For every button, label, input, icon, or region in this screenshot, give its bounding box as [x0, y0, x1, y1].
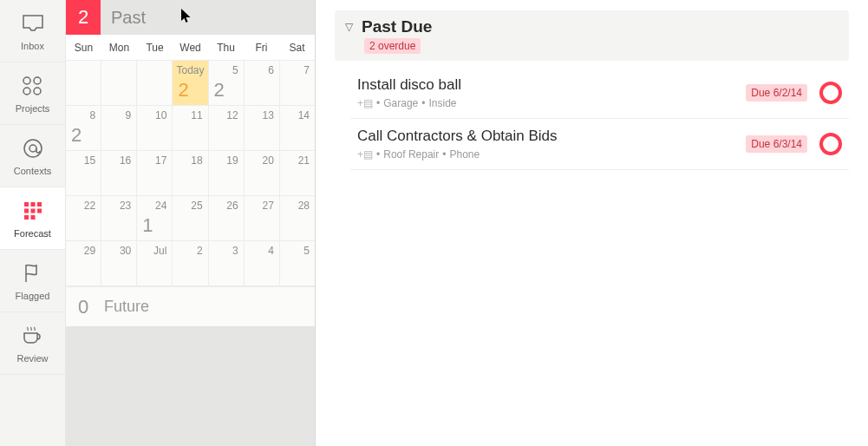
day-cell[interactable]: 14 [280, 106, 315, 150]
meta-sep: • [421, 97, 425, 109]
day-cell[interactable] [66, 61, 101, 105]
projects-icon [21, 74, 45, 98]
sidebar-item-contexts[interactable]: Contexts [0, 125, 65, 187]
task-row[interactable]: Call Contractors & Obtain Bids +▤ • Roof… [350, 119, 849, 170]
day-cell[interactable]: 26 [209, 196, 245, 240]
day-cell[interactable]: 9 [101, 106, 137, 150]
add-note-icon[interactable]: +▤ [357, 97, 373, 109]
meta-sep: • [442, 148, 446, 161]
svg-point-4 [24, 140, 42, 157]
day-cell[interactable]: 12 [209, 106, 245, 150]
svg-rect-6 [24, 202, 29, 207]
day-cell[interactable]: 23 [101, 196, 137, 240]
day-cell[interactable]: 19 [209, 151, 245, 195]
overdue-badge: 2 overdue [364, 38, 421, 54]
section-header-past-due[interactable]: ▽ Past Due 2 overdue [335, 10, 849, 61]
day-cell[interactable]: 15 [66, 151, 101, 195]
svg-point-1 [34, 77, 41, 84]
dow-sat: Sat [279, 35, 315, 60]
day-cell[interactable]: 30 [101, 241, 137, 285]
sidebar-item-label: Forecast [14, 228, 51, 239]
dow-mon: Mon [101, 35, 137, 60]
day-cell[interactable] [137, 61, 173, 105]
task-row[interactable]: Install disco ball +▤ • Garage • Inside … [350, 68, 849, 119]
coffee-cup-icon [21, 324, 45, 348]
sidebar-item-label: Contexts [14, 166, 51, 176]
day-cell[interactable]: 16 [101, 151, 137, 195]
at-sign-icon [21, 136, 45, 161]
due-badge: Due 6/3/14 [746, 135, 807, 153]
due-badge: Due 6/2/14 [746, 84, 807, 102]
complete-checkbox[interactable] [819, 82, 842, 104]
svg-point-3 [34, 88, 41, 95]
past-row[interactable]: 2 Past [66, 0, 315, 35]
day-cell[interactable]: 6 [245, 61, 280, 105]
day-cell-today[interactable]: Today2 [173, 61, 208, 105]
day-cell[interactable]: 11 [173, 106, 208, 150]
task-project: Roof Repair [383, 148, 439, 161]
calendar-grid: Today2 52 6 7 82 9 10 11 12 13 14 15 16 … [66, 61, 315, 286]
svg-point-0 [23, 77, 30, 84]
meta-sep: • [376, 97, 380, 109]
sidebar-item-label: Inbox [21, 41, 44, 51]
svg-point-2 [23, 88, 30, 95]
flag-icon [21, 261, 45, 285]
inbox-tray-icon [21, 11, 45, 36]
svg-rect-13 [30, 215, 35, 220]
day-cell[interactable]: 13 [245, 106, 280, 150]
sidebar-item-projects[interactable]: Projects [0, 62, 65, 125]
day-cell[interactable]: Jul [137, 241, 173, 285]
dow-fri: Fri [244, 35, 279, 60]
task-project: Garage [383, 97, 418, 109]
day-of-week-header: Sun Mon Tue Wed Thu Fri Sat [66, 35, 315, 61]
dow-sun: Sun [66, 35, 101, 60]
task-title: Install disco ball [357, 76, 746, 94]
dow-wed: Wed [173, 35, 208, 60]
day-cell[interactable]: 27 [245, 196, 280, 240]
task-meta: +▤ • Roof Repair • Phone [357, 148, 746, 161]
day-cell[interactable]: 28 [280, 196, 315, 240]
day-cell[interactable]: 3 [209, 241, 245, 285]
past-due-count-badge: 2 [66, 0, 101, 35]
day-cell[interactable]: 20 [245, 151, 280, 195]
dow-thu: Thu [208, 35, 244, 60]
day-cell[interactable]: 82 [66, 106, 101, 150]
day-cell[interactable]: 241 [137, 196, 173, 240]
sidebar-item-inbox[interactable]: Inbox [0, 0, 65, 62]
task-context: Phone [449, 148, 480, 161]
day-cell[interactable] [101, 61, 137, 105]
future-row[interactable]: 0 Future [66, 286, 315, 326]
sidebar-item-flagged[interactable]: Flagged [0, 250, 65, 312]
day-cell[interactable]: 18 [173, 151, 208, 195]
add-note-icon[interactable]: +▤ [357, 148, 373, 161]
day-cell[interactable]: 22 [66, 196, 101, 240]
main-content: ▽ Past Due 2 overdue Install disco ball … [316, 0, 868, 446]
sidebar-item-review[interactable]: Review [0, 312, 65, 375]
day-cell[interactable]: 5 [280, 241, 315, 285]
disclosure-triangle-icon[interactable]: ▽ [345, 21, 353, 33]
day-cell[interactable]: 25 [173, 196, 208, 240]
task-context: Inside [428, 97, 456, 109]
day-cell[interactable]: 10 [137, 106, 173, 150]
svg-rect-12 [24, 215, 29, 220]
cursor-icon [180, 8, 193, 27]
section-title: Past Due [362, 17, 432, 36]
svg-rect-8 [37, 202, 42, 207]
day-cell[interactable]: 7 [280, 61, 315, 105]
day-cell[interactable]: 29 [66, 241, 101, 285]
sidebar: Inbox Projects Contexts Forecast Flagged [0, 0, 66, 446]
day-cell[interactable]: 4 [245, 241, 280, 285]
task-title: Call Contractors & Obtain Bids [357, 128, 746, 145]
future-label: Future [101, 298, 149, 316]
day-cell[interactable]: 17 [137, 151, 173, 195]
forecast-grid-icon [21, 199, 45, 223]
day-cell[interactable]: 52 [209, 61, 245, 105]
sidebar-item-forecast[interactable]: Forecast [0, 187, 65, 250]
complete-checkbox[interactable] [819, 133, 842, 155]
day-cell[interactable]: 2 [173, 241, 208, 285]
future-count: 0 [66, 296, 101, 318]
svg-rect-7 [30, 202, 35, 207]
day-cell[interactable]: 21 [280, 151, 315, 195]
task-meta: +▤ • Garage • Inside [357, 97, 746, 109]
svg-rect-11 [37, 208, 42, 213]
